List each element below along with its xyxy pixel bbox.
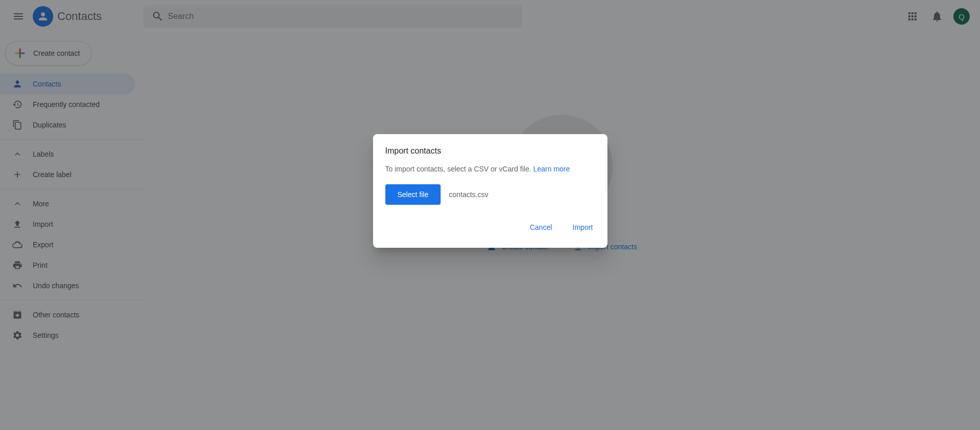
import-contacts-dialog: Import contacts To import contacts, sele… [373,134,607,248]
import-button[interactable]: Import [571,219,595,235]
cancel-button[interactable]: Cancel [528,219,554,235]
dialog-actions: Cancel Import [385,219,595,235]
dialog-title: Import contacts [385,146,595,156]
dialog-text: To import contacts, select a CSV or vCar… [385,165,533,173]
select-file-button[interactable]: Select file [385,184,441,205]
learn-more-link[interactable]: Learn more [533,165,570,173]
file-select-row: Select file contacts.csv [385,184,595,205]
dialog-description: To import contacts, select a CSV or vCar… [385,164,595,174]
selected-filename: contacts.csv [449,190,488,199]
modal-overlay[interactable]: Import contacts To import contacts, sele… [0,0,980,430]
